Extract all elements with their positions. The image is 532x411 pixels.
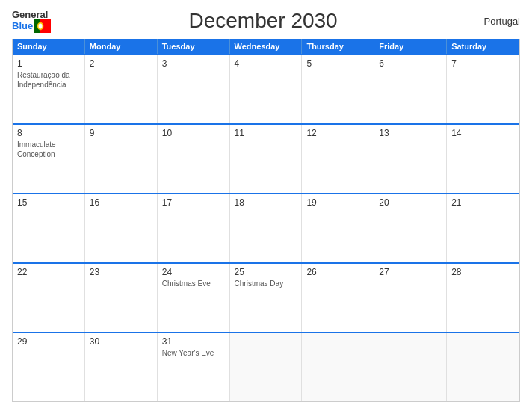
cell-date-number: 3 <box>162 58 225 69</box>
table-row: 26 <box>302 264 374 332</box>
cell-date-number: 28 <box>451 267 515 277</box>
calendar-week-3: 15161718192021 <box>13 193 519 262</box>
calendar-week-2: 8Immaculate Conception91011121314 <box>13 123 519 193</box>
cell-event-label: Immaculate Conception <box>17 140 80 159</box>
cell-event-label: Christmas Eve <box>162 279 225 288</box>
cell-date-number: 10 <box>162 128 225 138</box>
table-row: 21 <box>447 194 519 262</box>
table-row: 31New Year's Eve <box>158 333 230 401</box>
calendar-grid: Sunday Monday Tuesday Wednesday Thursday… <box>12 39 520 402</box>
header-tuesday: Tuesday <box>158 39 230 54</box>
cell-event-label: Restauração da Independência <box>17 70 80 90</box>
table-row: 22 <box>13 264 85 332</box>
table-row: 30 <box>85 333 158 401</box>
logo-general-text: General <box>12 10 51 19</box>
cell-date-number: 6 <box>379 58 442 69</box>
table-row: 15 <box>13 194 85 262</box>
cell-date-number: 19 <box>306 197 369 208</box>
table-row: 13 <box>374 125 447 193</box>
header-friday: Friday <box>374 39 447 54</box>
header-wednesday: Wednesday <box>230 39 303 54</box>
cell-date-number: 22 <box>17 267 80 277</box>
table-row: 24Christmas Eve <box>158 264 230 332</box>
table-row: 19 <box>302 194 374 262</box>
table-row: 28 <box>447 264 519 332</box>
logo: General Blue <box>12 10 51 33</box>
cell-date-number: 16 <box>90 197 152 208</box>
svg-point-3 <box>39 23 43 28</box>
cell-event-label: Christmas Day <box>235 279 297 288</box>
table-row: 17 <box>158 194 230 262</box>
table-row: 3 <box>158 55 230 123</box>
cell-date-number: 20 <box>379 197 442 208</box>
cell-date-number: 27 <box>379 267 442 277</box>
table-row: 23 <box>85 264 158 332</box>
header-monday: Monday <box>85 39 158 54</box>
table-row: 10 <box>158 125 230 193</box>
cell-date-number: 5 <box>306 58 369 69</box>
calendar-page: General Blue December 2030 Portugal Sund… <box>0 0 532 411</box>
cell-date-number: 12 <box>306 128 369 138</box>
logo-blue-text: Blue <box>12 21 33 31</box>
cell-date-number: 2 <box>90 58 152 69</box>
cell-date-number: 9 <box>90 128 152 138</box>
cell-date-number: 18 <box>235 197 297 208</box>
cell-event-label: New Year's Eve <box>162 348 225 358</box>
table-row: 6 <box>374 55 447 123</box>
logo-flag-icon <box>34 19 51 33</box>
cell-date-number: 8 <box>17 128 80 138</box>
table-row: 7 <box>447 55 519 123</box>
header-thursday: Thursday <box>302 39 374 54</box>
calendar-week-5: 293031New Year's Eve <box>13 332 519 401</box>
header-saturday: Saturday <box>447 39 519 54</box>
calendar-week-4: 222324Christmas Eve25Christmas Day262728 <box>13 262 519 332</box>
table-row: 5 <box>302 55 374 123</box>
cell-date-number: 15 <box>17 197 80 208</box>
cell-date-number: 31 <box>162 336 225 347</box>
cell-date-number: 13 <box>379 128 442 138</box>
page-title: December 2030 <box>51 9 475 33</box>
table-row: 16 <box>85 194 158 262</box>
cell-date-number: 14 <box>451 128 515 138</box>
cell-date-number: 25 <box>235 267 297 277</box>
table-row: 18 <box>230 194 303 262</box>
cell-date-number: 21 <box>451 197 515 208</box>
table-row: 25Christmas Day <box>230 264 303 332</box>
table-row: 1Restauração da Independência <box>13 55 85 123</box>
cell-date-number: 26 <box>306 267 369 277</box>
cell-date-number: 7 <box>451 58 515 69</box>
table-row <box>230 333 303 401</box>
table-row: 4 <box>230 55 303 123</box>
table-row: 12 <box>302 125 374 193</box>
table-row <box>447 333 519 401</box>
calendar-week-1: 1Restauração da Independência234567 <box>13 54 519 123</box>
country-label: Portugal <box>475 16 520 27</box>
cell-date-number: 17 <box>162 197 225 208</box>
table-row: 9 <box>85 125 158 193</box>
calendar-weekday-header: Sunday Monday Tuesday Wednesday Thursday… <box>13 39 519 54</box>
table-row <box>374 333 447 401</box>
table-row: 11 <box>230 125 303 193</box>
cell-date-number: 1 <box>17 58 80 69</box>
cell-date-number: 30 <box>90 336 152 347</box>
table-row: 27 <box>374 264 447 332</box>
table-row: 14 <box>447 125 519 193</box>
cell-date-number: 24 <box>162 267 225 277</box>
calendar-header: General Blue December 2030 Portugal <box>12 9 520 33</box>
table-row <box>302 333 374 401</box>
header-sunday: Sunday <box>13 39 85 54</box>
cell-date-number: 4 <box>235 58 297 69</box>
table-row: 2 <box>85 55 158 123</box>
cell-date-number: 11 <box>235 128 297 138</box>
calendar-body: 1Restauração da Independência2345678Imma… <box>13 54 519 401</box>
table-row: 29 <box>13 333 85 401</box>
table-row: 8Immaculate Conception <box>13 125 85 193</box>
table-row: 20 <box>374 194 447 262</box>
cell-date-number: 23 <box>90 267 152 277</box>
cell-date-number: 29 <box>17 336 80 347</box>
